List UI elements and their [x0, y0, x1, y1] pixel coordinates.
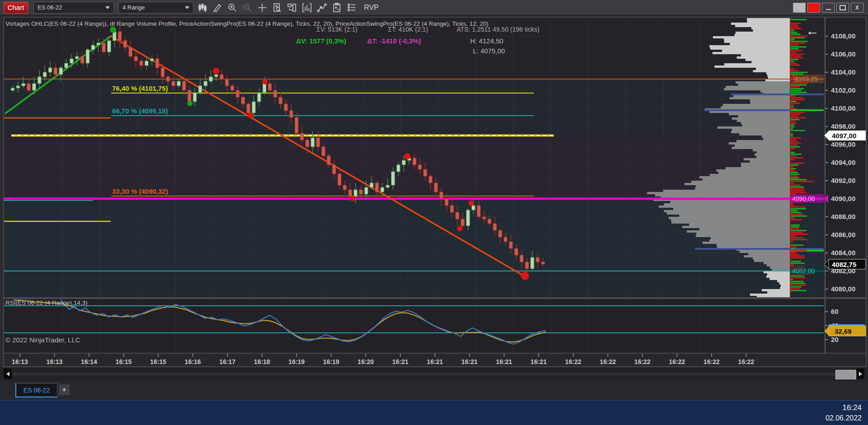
- interval-selector[interactable]: 4 Range: [118, 2, 193, 14]
- stat-session-low: L: 4075,00: [473, 47, 505, 55]
- svg-text:20: 20: [831, 336, 839, 343]
- rvp-label: RVP: [364, 4, 379, 12]
- svg-text:4108,00: 4108,00: [831, 32, 855, 40]
- tab-es-06-22[interactable]: ES 06-22: [15, 383, 57, 397]
- chevron-down-icon: [185, 6, 189, 9]
- rsi-value-tag: 32,69: [824, 324, 866, 336]
- svg-text:4080,00: 4080,00: [831, 285, 855, 293]
- svg-text:4096,00: 4096,00: [831, 140, 855, 148]
- stat-ats: ATS: 1,2511 49,50 (198 ticks): [457, 26, 539, 33]
- draw-pencil-icon: [212, 3, 222, 13]
- poc-price-tag: 4097,00: [824, 131, 866, 140]
- scroll-back-arrow-icon[interactable]: ←: [806, 23, 819, 38]
- svg-text:60: 60: [831, 308, 839, 315]
- indicators-button[interactable]: [301, 2, 313, 13]
- svg-text:16:21: 16:21: [462, 358, 478, 365]
- svg-text:16:22: 16:22: [634, 358, 651, 365]
- scrollbar-track[interactable]: [13, 373, 854, 376]
- svg-text:16:16: 16:16: [185, 358, 201, 365]
- svg-text:4100,00: 4100,00: [831, 104, 855, 112]
- data-box-button[interactable]: [271, 2, 283, 13]
- svg-text:16:19: 16:19: [323, 358, 340, 365]
- svg-text:16:22: 16:22: [703, 358, 720, 365]
- scroll-right-button[interactable]: [856, 369, 864, 379]
- taskbar-clock[interactable]: 16:24 02.06.2022: [826, 403, 862, 423]
- svg-text:4098,00: 4098,00: [831, 122, 855, 130]
- data-box-icon: [272, 3, 282, 13]
- minimize-icon: [826, 9, 831, 10]
- fib-33-label: 33,30 % (4090,32): [112, 187, 168, 195]
- zoom-in-icon: [227, 3, 237, 13]
- svg-text:16:18: 16:18: [254, 358, 270, 365]
- maximize-icon: [840, 5, 846, 10]
- clock-time: 16:24: [826, 403, 862, 413]
- chart-style-icon: [198, 3, 208, 13]
- teal-price-label: 4082,00: [790, 266, 824, 275]
- svg-text:4084,00: 4084,00: [831, 249, 855, 257]
- maximize-button[interactable]: [836, 3, 849, 13]
- drawing-tools-button[interactable]: [316, 2, 328, 13]
- window-link-icon: [287, 3, 297, 13]
- chart-scrollbar: [0, 367, 868, 381]
- svg-text:16:22: 16:22: [600, 358, 616, 365]
- last-price-tag: 4082,75: [824, 259, 866, 269]
- drawing-tools-icon: [317, 3, 327, 13]
- scrollbar-thumb[interactable]: [835, 370, 856, 379]
- magenta-price-label: 4090,00: [790, 194, 828, 203]
- svg-text:16:17: 16:17: [219, 358, 236, 365]
- svg-text:4090,00: 4090,00: [831, 195, 855, 202]
- svg-text:16:22: 16:22: [669, 358, 685, 365]
- svg-text:32,69: 32,69: [835, 327, 852, 335]
- zoom-out-icon: [242, 3, 252, 13]
- interval-link-button[interactable]: [807, 3, 820, 13]
- crosshair-button[interactable]: [256, 2, 268, 13]
- svg-text:4104,00: 4104,00: [831, 68, 855, 76]
- svg-text:4106,00: 4106,00: [831, 50, 855, 58]
- chevron-down-icon: [105, 6, 110, 9]
- svg-text:4082,75: 4082,75: [832, 261, 856, 268]
- rsi-label: RSI(ES 06-22 (4 Range),14,3): [5, 299, 88, 306]
- svg-text:4086,00: 4086,00: [831, 231, 855, 238]
- instrument-selector[interactable]: ES 06-22: [33, 2, 114, 14]
- svg-text:16:22: 16:22: [565, 358, 581, 365]
- draw-button[interactable]: [212, 2, 223, 13]
- stat-sigma-v: ΣV: 513K (2:1): [316, 26, 358, 33]
- title-bar: Chart ES 06-22 4 Range: [0, 0, 868, 15]
- close-button[interactable]: X: [851, 3, 863, 13]
- minimize-button[interactable]: [822, 3, 835, 13]
- chart-canvas[interactable]: 4108,004106,004104,004102,004100,004098,…: [0, 0, 868, 425]
- tab-strip: ES 06-22 +: [0, 381, 868, 399]
- stat-session-high: H: 4124,50: [470, 37, 503, 45]
- chart-window: 4108,004106,004104,004102,004100,004098,…: [0, 0, 868, 425]
- svg-text:4088,00: 4088,00: [831, 213, 855, 220]
- fib-76-label: 76,40 % (4101,75): [112, 84, 168, 92]
- scroll-left-button[interactable]: [4, 369, 12, 379]
- svg-text:16:13: 16:13: [12, 358, 28, 365]
- svg-text:16:15: 16:15: [150, 358, 166, 365]
- svg-text:16:21: 16:21: [392, 358, 409, 365]
- stat-sigma-t: ΣT: 410K (2:1): [388, 26, 428, 33]
- instrument-selector-value: ES 06-22: [38, 4, 62, 11]
- svg-text:16:21: 16:21: [496, 358, 512, 365]
- app-menu-button[interactable]: Chart: [4, 2, 28, 14]
- crosshair-icon: [257, 3, 267, 13]
- zoom-in-button[interactable]: [226, 2, 238, 13]
- svg-text:4103,25: 4103,25: [795, 75, 818, 83]
- zoom-out-button[interactable]: [241, 2, 253, 13]
- svg-text:16:15: 16:15: [116, 358, 132, 365]
- svg-text:16:13: 16:13: [47, 358, 63, 365]
- svg-text:4097,00: 4097,00: [832, 132, 856, 140]
- chart-style-button[interactable]: [197, 2, 208, 13]
- properties-button[interactable]: [346, 2, 358, 13]
- instrument-link-button[interactable]: [793, 3, 806, 13]
- svg-text:16:20: 16:20: [358, 358, 374, 365]
- os-taskbar[interactable]: 16:24 02.06.2022: [0, 400, 868, 425]
- window-link-button[interactable]: [286, 2, 298, 13]
- strategies-icon: [332, 3, 342, 13]
- properties-icon: [347, 3, 357, 13]
- svg-text:16:21: 16:21: [427, 358, 443, 365]
- svg-text:16:22: 16:22: [738, 358, 755, 365]
- strategies-button[interactable]: [331, 2, 343, 13]
- triangle-right-icon: [859, 372, 862, 376]
- add-tab-button[interactable]: +: [59, 384, 70, 395]
